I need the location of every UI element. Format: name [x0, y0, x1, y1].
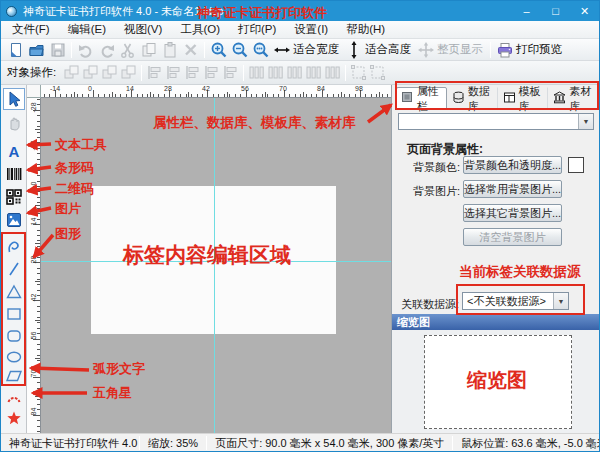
bg-color-swatch[interactable] — [568, 157, 584, 173]
pan-tool — [3, 112, 25, 134]
zoom-out-icon[interactable] — [229, 40, 250, 60]
arc-text-tool[interactable] — [3, 387, 25, 409]
ruler-label: 56 — [241, 85, 249, 92]
fit-height-label[interactable]: 适合高度 — [365, 42, 411, 57]
menu-item-5[interactable]: 设置(I) — [285, 20, 337, 39]
print-preview-label[interactable]: 打印预览 — [516, 42, 562, 57]
new-file-icon[interactable] — [5, 40, 26, 60]
menu-item-4[interactable]: 打印(P) — [229, 20, 285, 39]
menu-item-6[interactable]: 帮助(H) — [337, 20, 394, 39]
bg-image-other-button[interactable]: 选择其它背景图片... — [463, 204, 562, 222]
vertical-ruler: -28-140142842567084 — [27, 98, 41, 433]
fit-width-label[interactable]: 适合宽度 — [293, 42, 339, 57]
annotation-box-shape-tools — [1, 232, 26, 386]
fit-height-icon[interactable] — [343, 40, 364, 60]
ruler-tick — [37, 181, 40, 182]
bg-image-button[interactable]: 选择常用背景图片... — [463, 180, 562, 198]
ruler-tick — [365, 94, 366, 97]
ruler-tick — [37, 409, 40, 410]
print-preview-icon[interactable] — [494, 40, 515, 60]
ruler-label: 42 — [30, 291, 37, 305]
horizontal-ruler: -14014284256708498 — [41, 85, 391, 98]
qrcode-tool[interactable] — [3, 186, 25, 208]
toolbar-separator — [243, 65, 244, 81]
distribute-vertical-icon — [304, 63, 323, 82]
ruler-tick — [37, 388, 40, 389]
main-toolbar: 适合宽度 适合高度 整页显示 打印预览 — [1, 39, 599, 61]
chevron-down-icon[interactable]: ▼ — [578, 114, 593, 129]
ruler-tick — [311, 94, 312, 97]
annotation-box-panel-tabs — [395, 81, 599, 110]
ruler-tick — [37, 121, 40, 122]
toolbar-separator — [141, 65, 142, 81]
ruler-tick — [180, 94, 181, 97]
ruler-tick — [197, 94, 198, 97]
cut-icon — [117, 40, 138, 60]
align-left-icon — [145, 63, 164, 82]
ruler-tick — [37, 230, 40, 231]
ruler-label: -14 — [30, 139, 37, 153]
ruler-tick — [37, 399, 40, 400]
menu-item-1[interactable]: 编辑(E) — [59, 20, 115, 39]
close-button[interactable]: ✕ — [570, 1, 599, 21]
barcode-tool[interactable] — [3, 163, 25, 185]
ruler-tick — [88, 94, 89, 97]
ruler-tick — [164, 94, 165, 97]
minimize-button[interactable]: – — [512, 1, 541, 21]
ruler-label: 28 — [30, 253, 37, 267]
ruler-tick — [37, 137, 40, 138]
ruler-tick — [295, 94, 296, 97]
ruler-tick — [227, 92, 228, 97]
annotation-app-title: 神奇证卡证书打印软件 — [197, 4, 327, 22]
ruler-tick — [77, 94, 78, 97]
ruler-tick — [338, 94, 339, 97]
menu-item-2[interactable]: 视图(V) — [115, 20, 171, 39]
image-tool[interactable] — [3, 209, 25, 231]
ungroup-icon — [368, 63, 387, 82]
ruler-tick — [262, 94, 263, 97]
ruler-tick — [37, 153, 40, 154]
select-tool[interactable] — [3, 88, 25, 110]
ruler-tick — [303, 92, 304, 97]
ruler-tick — [188, 92, 189, 97]
ruler-tick — [35, 167, 40, 168]
template-select[interactable]: ▼ — [398, 113, 594, 130]
ruler-tick — [37, 208, 40, 209]
ruler-tick — [37, 311, 40, 312]
ruler-tick — [37, 295, 40, 296]
ruler-tick — [235, 94, 236, 97]
ruler-tick — [115, 94, 116, 97]
ruler-tick — [112, 92, 113, 97]
menu-item-0[interactable]: 文件(F) — [3, 20, 59, 39]
ruler-tick — [150, 92, 151, 97]
zoom-custom-icon[interactable] — [250, 40, 271, 60]
same-size-icon — [323, 63, 342, 82]
zoom-in-icon[interactable] — [208, 40, 229, 60]
ruler-tick — [49, 94, 50, 97]
ruler-tick — [35, 320, 40, 321]
ruler-tick — [37, 279, 40, 280]
open-file-icon[interactable] — [26, 40, 47, 60]
toolbar-separator — [490, 42, 491, 58]
ruler-tick — [37, 284, 40, 285]
maximize-button[interactable]: □ — [541, 1, 570, 21]
status-zoom: 缩放: 35% — [140, 436, 206, 451]
ruler-tick — [93, 90, 94, 97]
copy-icon — [138, 40, 159, 60]
ruler-tick — [82, 94, 83, 97]
align-top-icon — [202, 63, 221, 82]
menu-item-3[interactable]: 工具(O) — [171, 20, 229, 39]
bg-color-button[interactable]: 背景颜色和透明度... — [463, 156, 562, 174]
ruler-label: 70 — [279, 85, 287, 92]
ruler-tick — [289, 94, 290, 97]
ruler-label: -28 — [30, 101, 37, 115]
text-tool[interactable]: A — [3, 140, 25, 162]
ruler-tick — [37, 426, 40, 427]
ruler-tick — [371, 94, 372, 97]
bg-image-label: 背景图片: — [413, 184, 460, 199]
toolbar-separator — [204, 42, 205, 58]
star-tool[interactable] — [3, 407, 25, 429]
fit-width-icon[interactable] — [271, 40, 292, 60]
ruler-tick — [240, 94, 241, 97]
ruler-tick — [35, 243, 40, 244]
